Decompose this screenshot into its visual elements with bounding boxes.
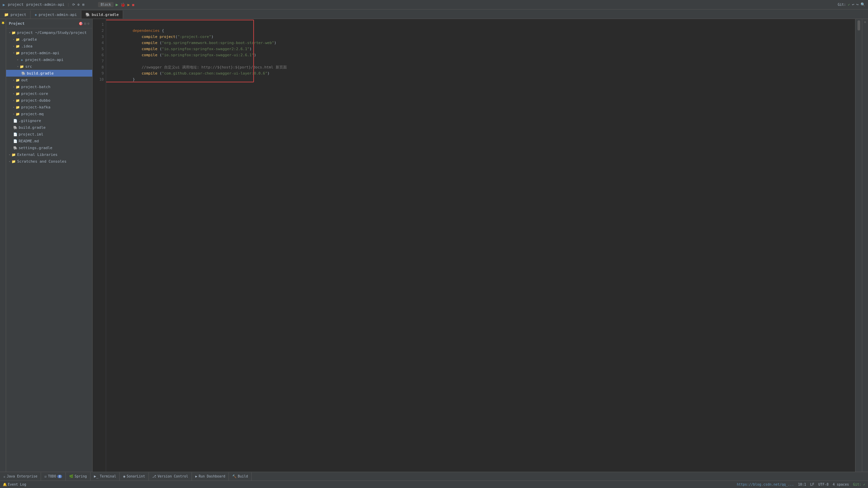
code-area[interactable]: dependencies { compile project(":project… <box>106 19 855 472</box>
code-line-1: dependencies { <box>110 22 851 28</box>
tab-build-gradle[interactable]: 🐘 build.gradle <box>81 11 123 19</box>
toolbar-btn-layout[interactable]: ⊞ <box>82 3 84 6</box>
arrow-icon: ▸ <box>13 44 15 48</box>
tab-label: project <box>11 13 26 17</box>
stop-btn[interactable]: ◼ <box>132 2 134 7</box>
arrow-icon: ▸ <box>13 85 15 88</box>
status-event-log[interactable]: 🔔 Event Log <box>3 483 26 486</box>
git-label: Git: <box>838 3 846 6</box>
tree-root[interactable]: ▾ 📁 project ~/Company/Study/project <box>6 29 92 36</box>
tab-project-admin-api[interactable]: ◈ project-admin-api <box>31 11 81 19</box>
gradle-file-icon: 🐘 <box>21 71 26 76</box>
folder-icon: 📁 <box>15 84 20 89</box>
tree-item-idea[interactable]: ▸ 📁 .idea <box>6 43 92 49</box>
bottom-tab-build[interactable]: 🔨 Build <box>229 472 252 481</box>
tree-item-gradle[interactable]: ▸ 📁 .gradle <box>6 36 92 43</box>
bottom-tab-label: TODO <box>48 474 56 478</box>
tree-item-label: project-admin-api <box>21 51 59 55</box>
gradle-file-icon: 🐘 <box>13 125 18 130</box>
todo-badge: 8 <box>57 475 62 478</box>
todo-icon: ☑ <box>44 474 46 478</box>
bottom-tab-todo[interactable]: ☑ TODO 8 <box>41 472 66 481</box>
tab-bar: 📁 project ◈ project-admin-api 🐘 build.gr… <box>0 9 868 19</box>
tree-item-project-iml[interactable]: 📄 project.iml <box>6 131 92 138</box>
tree-item-readme[interactable]: 📄 README.md <box>6 138 92 144</box>
folder-icon: 📁 <box>15 98 20 103</box>
bottom-tab-label: Build <box>238 474 248 478</box>
main-content: ⭐ Project 🎯 ⊟ ⚙ ▾ 📁 project ~/Company/St… <box>0 19 868 472</box>
folder-icon: 📁 <box>11 159 16 164</box>
bottom-tab-label: Terminal <box>100 474 116 478</box>
bottom-tab-spring[interactable]: 🌿 Spring <box>66 472 91 481</box>
run-coverage-btn[interactable]: ▶ <box>127 2 130 7</box>
tab-project[interactable]: 📁 project <box>0 11 31 19</box>
toolbar-redo[interactable]: ↪ <box>856 2 859 7</box>
scrollbar-thumb[interactable] <box>857 20 860 30</box>
toolbar-btn-settings[interactable]: ⚙ <box>78 3 80 6</box>
bottom-tab-version-control[interactable]: ⎇ Version Control <box>149 472 192 481</box>
bottom-tab-terminal[interactable]: ▶_ Terminal <box>91 472 120 481</box>
status-lf[interactable]: LF <box>810 483 814 486</box>
tree-item-project-core[interactable]: ▸ 📁 project-core <box>6 90 92 97</box>
tree-item-scratches[interactable]: ▸ 📁 Scratches and Consoles <box>6 158 92 165</box>
tree-item-src[interactable]: ▾ 📁 src <box>6 63 92 70</box>
toolbar-undo[interactable]: ↩ <box>852 2 854 7</box>
tree-item-build-gradle-root[interactable]: 🐘 build.gradle <box>6 124 92 131</box>
toolbar-search[interactable]: 🔍 <box>861 2 865 7</box>
tree-item-label: project-dubbo <box>21 98 50 103</box>
module-label[interactable]: project-admin-api <box>26 2 65 7</box>
code-line-7: //swagger 自定义ui 调用地址: http://${host}:${p… <box>110 58 851 64</box>
tree-item-external-libraries[interactable]: ▸ 📁 External Libraries <box>6 151 92 158</box>
panel-title: Project <box>9 21 24 26</box>
folder-icon: 📁 <box>19 64 24 69</box>
status-indent[interactable]: 4 spaces <box>833 483 849 486</box>
tree-item-label: src <box>25 64 32 69</box>
arrow-icon: ▸ <box>13 78 15 82</box>
file-icon: 📄 <box>13 118 18 123</box>
tree-item-out[interactable]: ▸ 📁 out <box>6 77 92 83</box>
panel-collapse-all[interactable]: ⊟ <box>84 22 86 25</box>
run-btn[interactable]: ▶ <box>116 2 118 7</box>
project-label[interactable]: project <box>8 2 23 7</box>
toolbar-btn-sync[interactable]: ⟳ <box>72 3 75 6</box>
arrow-icon: ▸ <box>9 160 11 163</box>
arrow-icon: ▸ <box>13 105 15 109</box>
status-encoding[interactable]: UTF-8 <box>818 483 829 486</box>
bottom-tab-run-dashboard[interactable]: ▶ Run Dashboard <box>192 472 229 481</box>
tree-item-project-mq[interactable]: ▸ 📁 project-mq <box>6 110 92 117</box>
tree-item-gitignore[interactable]: 📄 .gitignore <box>6 117 92 124</box>
folder-icon: 📁 <box>11 30 16 35</box>
tree-item-label: project-mq <box>21 112 43 116</box>
arrow-icon: ▸ <box>13 92 15 95</box>
debug-btn[interactable]: 🐞 <box>120 2 125 7</box>
tree-item-project-admin-api-folder[interactable]: ▾ 📁 project-admin-api <box>6 49 92 56</box>
tree-item-project-admin-api-module[interactable]: ▸ ◈ project-admin-api <box>6 56 92 63</box>
folder-icon: 📁 <box>15 37 20 42</box>
panel-scroll-from-source[interactable]: 🎯 <box>79 22 83 25</box>
tree-item-project-dubbo[interactable]: ▸ 📁 project-dubbo <box>6 97 92 104</box>
tree-item-label: settings.gradle <box>19 146 52 150</box>
tree-item-build-gradle-selected[interactable]: 🐘 build.gradle <box>6 70 92 77</box>
top-bar-right: Git: ✓ ↩ ↪ 🔍 <box>838 2 865 7</box>
arrow-icon: ▾ <box>17 65 19 68</box>
right-icon-1[interactable]: ⚙ <box>864 20 866 24</box>
tree-item-project-kafka[interactable]: ▸ 📁 project-kafka <box>6 104 92 110</box>
run-config-selector[interactable]: Block <box>98 2 114 7</box>
status-bar-right: https://blog.csdn.net/qq_... 10:1 LF UTF… <box>737 483 865 486</box>
event-log-icon: 🔔 <box>3 483 7 486</box>
folder-icon: 📁 <box>15 78 20 82</box>
panel-settings[interactable]: ⚙ <box>87 22 90 25</box>
folder-icon: 📁 <box>15 105 20 109</box>
tree-item-project-batch[interactable]: ▸ 📁 project-batch <box>6 83 92 90</box>
panel-header-actions: 🎯 ⊟ ⚙ <box>79 22 90 25</box>
status-git[interactable]: Git: ✓ <box>853 483 865 486</box>
tree-item-label: External Libraries <box>17 152 57 157</box>
left-icon-strip: ⭐ <box>0 19 6 472</box>
tree-item-label: project-admin-api <box>25 58 63 62</box>
bottom-tab-sonarlint[interactable]: ◉ SonarLint <box>120 472 149 481</box>
favorites-icon[interactable]: ⭐ <box>0 20 6 26</box>
bottom-tab-java-enterprise[interactable]: ☕ Java Enterprise <box>0 472 41 481</box>
tree-item-settings-gradle[interactable]: 🐘 settings.gradle <box>6 144 92 151</box>
folder-icon: 📁 <box>15 91 20 96</box>
status-line-col[interactable]: 10:1 <box>798 483 806 486</box>
